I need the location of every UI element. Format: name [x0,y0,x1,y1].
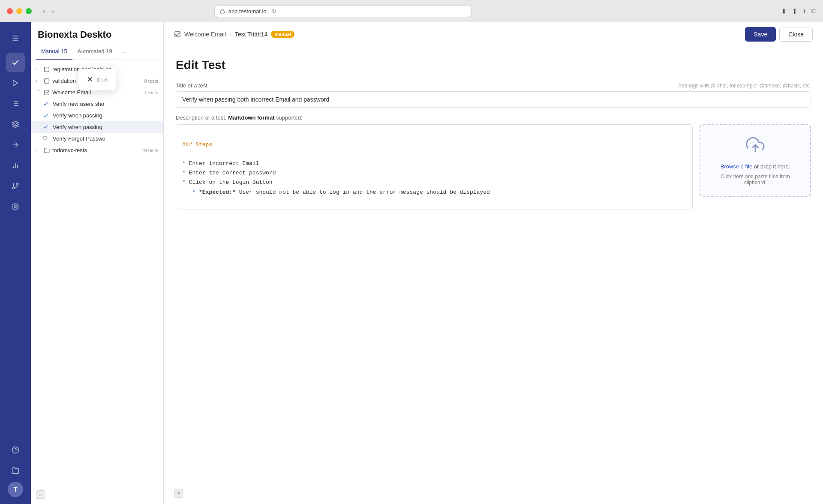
upload-cloud-icon [746,135,765,158]
save-button[interactable]: Save [745,27,776,42]
svg-marker-1 [13,80,18,86]
traffic-lights [7,8,32,14]
checkbox-icon [44,78,50,84]
tree-item-verify-new[interactable]: Verify new users sho [31,98,163,110]
content-footer: ⌘ [164,482,823,504]
breadcrumb-parent[interactable]: Welcome Email [184,31,226,38]
share-icon[interactable]: ⬆ [792,7,797,15]
folder-icon [44,147,50,153]
title-field-row: Title of a test Add tags with @ char, fo… [176,82,811,108]
svg-rect-18 [45,67,49,72]
test-label: Verify when passing [53,112,158,119]
tab-automated[interactable]: Automated 19 [72,44,117,60]
suite-count: 8 tests [144,78,158,84]
left-panel-header: Bionexta Deskto [31,22,163,44]
svg-point-13 [16,183,18,185]
tree-container: › registration and login pa › validation… [31,60,163,485]
titlebar: ‹ › app.testomat.io ↻ ⬇ ⬆ + ⧉ [0,0,823,22]
description-content-area: ### Steps * Enter incorrect Email * Ente… [176,124,811,210]
nav-list-button[interactable] [6,94,25,113]
title-hint: Add tags with @ char, for example: @smok… [678,83,811,89]
test-label: Verify when passing [53,124,158,130]
address-bar[interactable]: app.testomat.io ↻ [214,6,472,17]
maximize-window-button[interactable] [26,8,32,14]
left-panel-footer: ⌘ [31,485,163,504]
nav-menu-button[interactable]: ☰ [6,29,25,48]
test-type-badge: manual [271,31,294,38]
drop-text: or drop it here. [754,163,790,170]
nav-help-button[interactable] [6,441,25,459]
title-label: Title of a test [176,82,207,89]
keyboard-shortcut-display: ⌘ [36,490,45,499]
close-button[interactable]: Close [779,27,813,42]
markdown-suffix: supported: [274,114,302,121]
downloads-icon[interactable]: ⬇ [781,7,787,15]
nav-layers-button[interactable] [6,115,25,134]
back-button[interactable]: ‹ [40,6,48,16]
nav-branch-button[interactable] [6,177,25,195]
nav-check-button[interactable] [6,53,25,72]
nav-chart-button[interactable] [6,156,25,175]
nav-folder-button[interactable] [6,461,25,480]
checkmark-icon [43,124,48,130]
browser-toolbar-right: ⬇ ⬆ + ⧉ [781,7,816,15]
svg-point-15 [15,206,17,208]
tree-item-verify-passing-1[interactable]: Verify when passing [31,110,163,121]
chevron-right-icon: › [36,78,41,83]
edit-form: Edit Test Title of a test Add tags with … [164,46,823,482]
markdown-format-label: Markdown format [228,114,274,121]
tree-item-verify-forgot[interactable]: Verify Forgot Passwo [31,133,163,144]
avatar-button[interactable]: T [8,482,23,497]
checkmark-icon [43,113,48,118]
browse-file-link[interactable]: Browse a file [721,163,752,170]
description-section: Description of a test. Markdown format s… [176,114,811,210]
keyboard-shortcut-popup: ✕ [Esc] [78,69,116,90]
url-display: app.testomat.io [228,8,267,15]
tab-other[interactable]: ... [117,44,132,60]
unchecked-icon [43,136,48,141]
app-title: Bionexta Deskto [38,29,156,40]
new-tab-icon[interactable]: + [802,7,806,15]
esc-label: [Esc] [97,77,107,82]
suite-label: todomvc-tests [52,147,139,153]
cmd-key-footer: ⌘ [174,489,183,498]
forward-button[interactable]: › [49,6,57,16]
svg-rect-22 [175,32,180,37]
tree-item-verify-passing-2[interactable]: Verify when passing [31,121,163,133]
upload-clipboard-text: Click here and paste files from clipboar… [709,174,802,186]
edit-test-heading: Edit Test [176,58,811,72]
popup-close-button[interactable]: ✕ [87,75,93,84]
tab-manual[interactable]: Manual 15 [36,44,72,60]
cmd-key: ⌘ [36,490,45,499]
suite-count: 4 tests [144,90,158,95]
left-panel: Bionexta Deskto Manual 15 Automated 19 .… [31,22,164,504]
tabs-icon[interactable]: ⧉ [811,7,816,15]
checkbox-icon [44,90,50,96]
svg-rect-0 [220,11,224,14]
nav-settings-button[interactable] [6,197,25,216]
nav-sidebar: ☰ T [0,22,31,504]
breadcrumb-separator: › [229,31,231,38]
breadcrumb: Welcome Email › Test Ttttttt14 manual [174,31,742,38]
suite-count: 19 tests [141,148,158,153]
chevron-right-icon: › [36,67,41,72]
minimize-window-button[interactable] [16,8,22,14]
title-input[interactable] [176,91,811,108]
svg-rect-19 [45,78,49,83]
reload-button[interactable]: ↻ [272,8,276,15]
nav-play-button[interactable] [6,74,25,93]
breadcrumb-check-icon [174,31,181,38]
tree-item-todomvc[interactable]: › todomvc-tests 19 tests [31,144,163,156]
browser-nav: ‹ › [40,6,57,16]
nav-export-button[interactable] [6,135,25,154]
chevron-down-icon: › [36,90,41,95]
upload-text: Browse a file or drop it here. [721,162,790,171]
svg-rect-20 [45,90,49,95]
close-window-button[interactable] [7,8,13,14]
file-upload-area[interactable]: Browse a file or drop it here. Click her… [700,124,811,197]
content-topbar: Welcome Email › Test Ttttttt14 manual Sa… [164,22,823,46]
checkbox-icon [44,66,50,72]
svg-point-14 [12,187,15,189]
test-label: Verify Forgot Passwo [53,135,158,142]
description-editor[interactable]: ### Steps * Enter incorrect Email * Ente… [176,125,692,203]
